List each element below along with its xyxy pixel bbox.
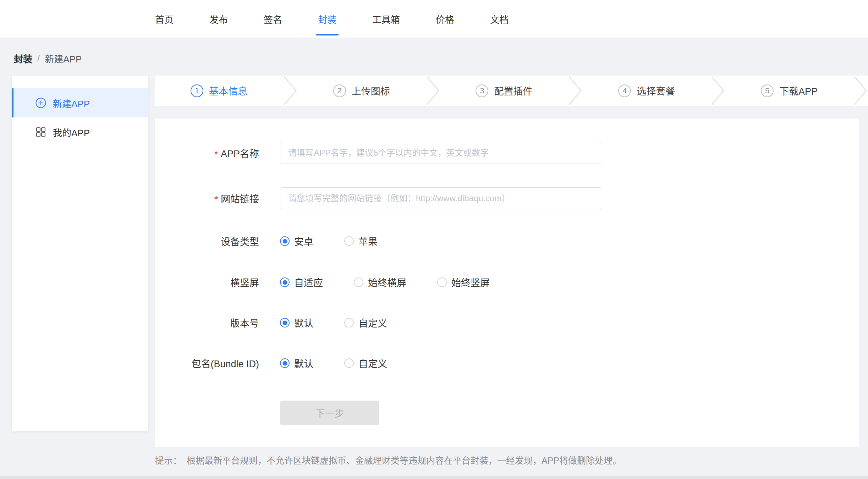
radio-unselected-icon: [344, 318, 354, 327]
field-label-text: APP名称: [221, 149, 259, 159]
version-label: 版本号: [155, 316, 259, 330]
radio-option-label: 安卓: [294, 234, 313, 248]
form-row-app-name: *APP名称: [155, 142, 859, 164]
field-label-text: 版本号: [230, 318, 259, 329]
required-asterisk: *: [214, 149, 218, 159]
step-arrow-icon: [425, 76, 440, 106]
sidebar-item-new-app[interactable]: 新建APP: [12, 88, 148, 117]
form-row-device-type: 设备类型 安卓 苹果: [155, 234, 859, 248]
radio-option-android[interactable]: 安卓: [280, 234, 313, 248]
grid-icon: [35, 126, 46, 138]
radio-option-label: 默认: [294, 356, 313, 370]
step-number-badge: 4: [618, 84, 631, 97]
tip-prefix: 提示：: [155, 456, 182, 466]
radio-selected-icon: [280, 236, 290, 246]
app-name-label: *APP名称: [155, 146, 259, 160]
form-row-site-url: *网站链接: [155, 187, 859, 209]
radio-option-adaptive[interactable]: 自适应: [280, 275, 323, 289]
step-basic-info[interactable]: 1 基本信息: [155, 76, 283, 106]
sidebar-item-label: 新建APP: [53, 97, 90, 110]
breadcrumb-separator: /: [37, 53, 40, 64]
site-url-input[interactable]: [280, 187, 601, 209]
top-nav: 首页 发布 签名 封装 工具箱 价格 文档: [0, 0, 868, 38]
radio-option-bundle-custom[interactable]: 自定义: [344, 356, 387, 370]
step-configure-plugins[interactable]: 3 配置插件: [440, 76, 568, 106]
step-arrow-icon: [568, 76, 583, 106]
nav-item-docs[interactable]: 文档: [490, 0, 509, 38]
step-label: 上传图标: [352, 84, 390, 98]
field-label-text: 设备类型: [221, 237, 259, 247]
radio-option-label: 始终横屏: [368, 275, 406, 289]
breadcrumb: 封装 / 新建APP: [14, 52, 82, 65]
step-choose-plan[interactable]: 4 选择套餐: [583, 76, 710, 106]
nav-item-home[interactable]: 首页: [155, 0, 174, 38]
step-number-badge: 1: [191, 84, 203, 97]
sidebar: 新建APP 我的APP: [12, 76, 148, 431]
radio-option-label: 苹果: [358, 234, 378, 248]
sidebar-item-label: 我的APP: [53, 126, 90, 139]
radio-unselected-icon: [437, 277, 447, 287]
orientation-label: 横竖屏: [155, 275, 259, 289]
radio-selected-icon: [280, 318, 290, 327]
field-label-text: 网站链接: [221, 194, 259, 205]
site-url-label: *网站链接: [155, 192, 259, 205]
radio-option-label: 始终竖屏: [451, 275, 490, 289]
radio-option-label: 默认: [294, 316, 313, 330]
form-row-bundle-id: 包名(Bundle ID) 默认 自定义: [155, 356, 859, 370]
steps-bar: 1 基本信息 2 上传图标 3 配置插件 4 选择套餐 5 下载APP: [155, 76, 868, 106]
radio-selected-icon: [280, 358, 290, 368]
radio-option-landscape[interactable]: 始终横屏: [354, 275, 406, 289]
page: 首页 发布 签名 封装 工具箱 价格 文档 封装 / 新建APP 新建APP: [0, 0, 868, 479]
radio-option-label: 自定义: [358, 316, 387, 330]
app-name-input[interactable]: [280, 142, 601, 164]
breadcrumb-root[interactable]: 封装: [14, 52, 32, 65]
radio-unselected-icon: [344, 358, 354, 368]
form-row-orientation: 横竖屏 自适应 始终横屏 始终竖屏: [155, 275, 859, 289]
radio-option-portrait[interactable]: 始终竖屏: [437, 275, 490, 289]
breadcrumb-current: 新建APP: [45, 52, 82, 65]
device-type-label: 设备类型: [155, 234, 259, 248]
step-number-badge: 2: [333, 84, 346, 97]
plus-circle-icon: [35, 97, 46, 109]
step-label: 下载APP: [779, 84, 818, 98]
tip-body: 根据最新平台规则，不允许区块链虚拟币、金融理财类等违规内容在平台封装，一经发现，…: [187, 456, 621, 466]
nav-item-package[interactable]: 封装: [318, 0, 336, 38]
nav-item-sign[interactable]: 签名: [264, 0, 282, 38]
step-number-badge: 5: [761, 84, 774, 97]
radio-option-label: 自适应: [294, 275, 323, 289]
step-upload-icon[interactable]: 2 上传图标: [298, 76, 425, 106]
radio-option-version-custom[interactable]: 自定义: [344, 316, 387, 330]
step-number-badge: 3: [476, 84, 488, 97]
radio-option-version-default[interactable]: 默认: [280, 316, 313, 330]
new-app-form: *APP名称 *网站链接 设备类型 安卓 苹果: [155, 119, 859, 447]
nav-item-toolbox[interactable]: 工具箱: [372, 0, 400, 38]
step-label: 选择套餐: [637, 84, 675, 98]
step-arrow-icon: [283, 76, 298, 106]
sidebar-item-my-apps[interactable]: 我的APP: [12, 117, 148, 147]
form-row-version: 版本号 默认 自定义: [155, 316, 859, 330]
required-asterisk: *: [214, 194, 218, 205]
radio-unselected-icon: [354, 277, 363, 287]
radio-option-label: 自定义: [358, 356, 387, 370]
bundle-id-radio-group: 默认 自定义: [280, 356, 418, 370]
step-arrow-icon: [710, 76, 725, 106]
platform-rule-tip: 提示：根据最新平台规则，不允许区块链虚拟币、金融理财类等违规内容在平台封装，一经…: [155, 453, 621, 466]
footer-strip: [0, 476, 868, 479]
radio-option-bundle-default[interactable]: 默认: [280, 356, 313, 370]
radio-option-ios[interactable]: 苹果: [344, 234, 378, 248]
step-download-app[interactable]: 5 下载APP: [725, 76, 853, 106]
version-radio-group: 默认 自定义: [280, 316, 418, 330]
field-label-text: 横竖屏: [230, 278, 259, 288]
next-step-button[interactable]: 下一步: [280, 401, 379, 425]
orientation-radio-group: 自适应 始终横屏 始终竖屏: [280, 275, 521, 289]
radio-unselected-icon: [344, 236, 354, 246]
field-label-text: 包名(Bundle ID): [191, 359, 259, 369]
device-type-radio-group: 安卓 苹果: [280, 234, 408, 248]
step-arrow-icon: [853, 76, 868, 106]
radio-selected-icon: [280, 277, 290, 287]
step-label: 配置插件: [494, 84, 532, 98]
nav-item-pricing[interactable]: 价格: [436, 0, 454, 38]
bundle-id-label: 包名(Bundle ID): [155, 356, 259, 370]
nav-item-publish[interactable]: 发布: [209, 0, 228, 38]
step-label: 基本信息: [209, 84, 247, 98]
